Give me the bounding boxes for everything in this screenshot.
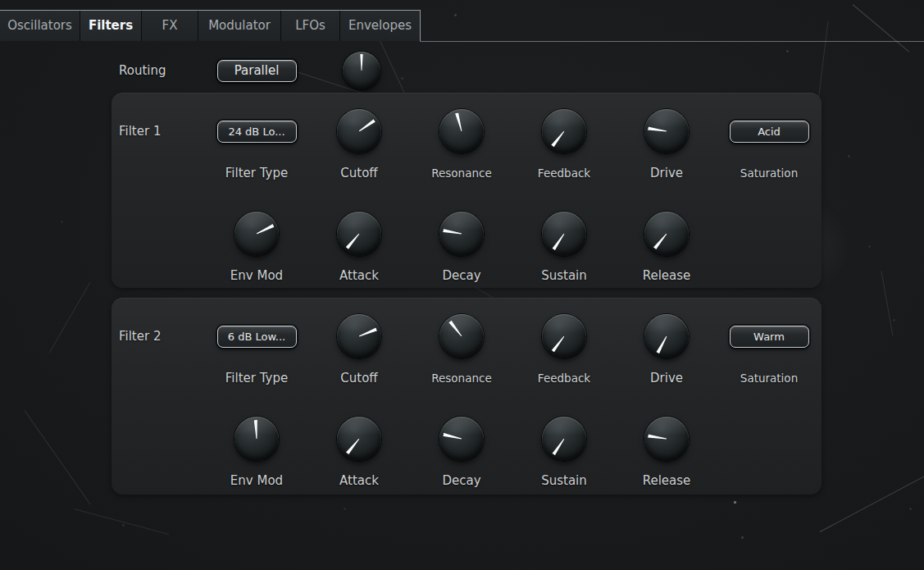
filter-1-decay-knob[interactable] xyxy=(439,212,484,256)
filter-1-attack-knob[interactable] xyxy=(337,212,381,256)
filter-2-type-value: 6 dB Low... xyxy=(228,331,286,343)
filter-1-saturation-dropdown[interactable]: Acid xyxy=(730,121,809,143)
knob-pointer xyxy=(343,52,380,89)
tab-bar: Oscillators Filters FX Modulator LFOs En… xyxy=(0,10,420,41)
filter-2-cutoff-label: Cutoff xyxy=(340,371,377,385)
filter-2-sustain-label: Sustain xyxy=(541,473,587,488)
tab-fx[interactable]: FX xyxy=(142,10,198,41)
tab-outline-right xyxy=(420,10,421,41)
filter-2-attack-knob[interactable] xyxy=(337,417,381,461)
filter-1-sustain-knob[interactable] xyxy=(542,212,586,256)
filter-2-decay-knob[interactable] xyxy=(439,417,484,461)
knob-pointer xyxy=(641,413,692,464)
tab-outline-top xyxy=(0,10,420,11)
filter-2-envmod-knob[interactable] xyxy=(234,417,279,461)
filter-2-feedback-knob[interactable] xyxy=(542,314,586,358)
filter-2-saturation-label: Saturation xyxy=(740,372,798,385)
filter-1-feedback-label: Feedback xyxy=(538,166,590,180)
tab-envelopes[interactable]: Envelopes xyxy=(340,10,420,41)
filter-2-feedback-label: Feedback xyxy=(538,372,590,385)
scratch-line xyxy=(49,282,91,353)
speckle-texture xyxy=(0,0,1,1)
synth-filters-screen: Oscillators Filters FX Modulator LFOs En… xyxy=(0,0,924,570)
filter-1-cutoff-knob[interactable] xyxy=(337,109,381,153)
filter-1-cutoff-label: Cutoff xyxy=(340,166,377,180)
knob-pointer xyxy=(641,106,692,157)
filter-2-saturation-value: Warm xyxy=(753,331,785,343)
filter-1-resonance-label: Resonance xyxy=(431,166,492,180)
filter-2-drive-label: Drive xyxy=(650,371,683,385)
filter-2-cutoff-knob[interactable] xyxy=(337,314,381,358)
filter-2-title: Filter 2 xyxy=(119,329,161,344)
filter-1-envmod-knob[interactable] xyxy=(234,212,279,256)
tab-lfos[interactable]: LFOs xyxy=(281,10,340,41)
filter-1-drive-knob[interactable] xyxy=(644,109,689,153)
filter-2-drive-knob[interactable] xyxy=(644,314,689,358)
filter-2-release-label: Release xyxy=(643,473,691,488)
scratch-line xyxy=(820,470,924,532)
routing-value: Parallel xyxy=(234,63,280,78)
filter-1-saturation-label: Saturation xyxy=(740,166,798,180)
filter-1-resonance-knob[interactable] xyxy=(439,109,484,153)
tab-modulator[interactable]: Modulator xyxy=(198,10,281,41)
filter-2-decay-label: Decay xyxy=(442,473,480,488)
filter-1-envmod-label: Env Mod xyxy=(230,268,283,283)
filter-2-envmod-label: Env Mod xyxy=(230,473,283,488)
filter-1-type-dropdown[interactable]: 24 dB Lo... xyxy=(217,121,297,143)
filter-1-release-label: Release xyxy=(643,268,691,283)
filter-1-type-value: 24 dB Lo... xyxy=(228,125,284,138)
filter-1-feedback-knob[interactable] xyxy=(542,109,586,153)
tab-oscillators[interactable]: Oscillators xyxy=(0,10,80,41)
filter-2-resonance-label: Resonance xyxy=(431,372,492,385)
filter-1-type-label: Filter Type xyxy=(225,166,288,180)
knob-pointer xyxy=(234,416,280,463)
filter-1-saturation-value: Acid xyxy=(758,125,781,138)
filter-2-release-knob[interactable] xyxy=(644,417,689,461)
scratch-line xyxy=(853,4,910,52)
knob-pointer xyxy=(436,208,488,260)
filter-2-attack-label: Attack xyxy=(339,473,379,488)
scratch-line xyxy=(74,508,169,535)
filter-1-sustain-label: Sustain xyxy=(541,268,587,283)
filter-1-release-knob[interactable] xyxy=(644,212,689,256)
tab-filters[interactable]: Filters xyxy=(80,10,142,41)
scratch-line xyxy=(881,271,894,335)
filter-1-decay-label: Decay xyxy=(442,268,480,283)
filter-2-sustain-knob[interactable] xyxy=(542,417,586,461)
filter-2-resonance-knob[interactable] xyxy=(439,314,484,358)
content-outline-top xyxy=(420,41,924,42)
routing-knob[interactable] xyxy=(343,52,380,89)
filter-1-title: Filter 1 xyxy=(119,124,161,139)
filter-2-type-dropdown[interactable]: 6 dB Low... xyxy=(217,326,297,348)
routing-dropdown[interactable]: Parallel xyxy=(217,60,297,82)
filter-1-drive-label: Drive xyxy=(650,166,683,180)
filter-2-saturation-dropdown[interactable]: Warm xyxy=(730,326,809,348)
routing-label: Routing xyxy=(119,63,166,78)
filter-2-type-label: Filter Type xyxy=(225,371,288,385)
scratch-line xyxy=(25,410,91,504)
filter-1-attack-label: Attack xyxy=(339,268,379,283)
